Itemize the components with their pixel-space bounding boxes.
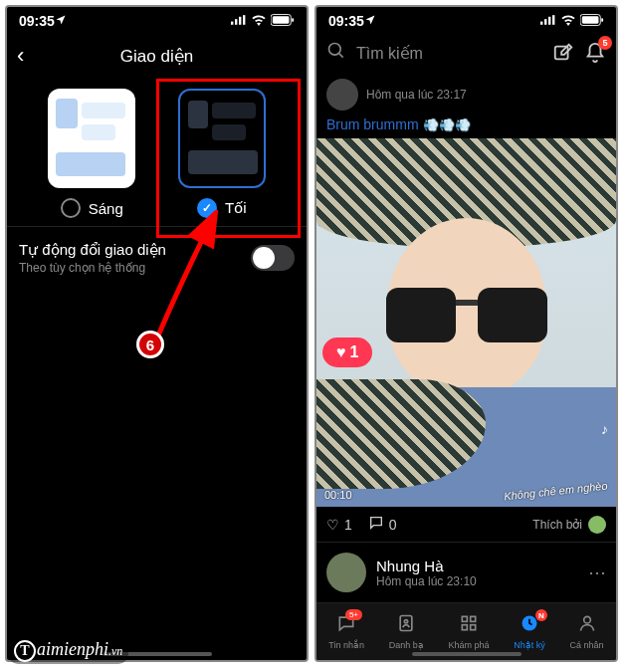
post-video[interactable]: ♥ 1 ♪ 00:10 Không chê em nghèo	[316, 138, 616, 507]
post-header: Hôm qua lúc 23:17	[316, 75, 616, 114]
svg-rect-2	[239, 17, 241, 25]
nav-timeline[interactable]: N Nhật ký	[514, 613, 545, 650]
search-placeholder: Tìm kiếm	[356, 44, 542, 63]
svg-rect-3	[243, 15, 245, 25]
svg-rect-9	[548, 17, 550, 25]
home-indicator	[412, 652, 522, 656]
theme-option-light[interactable]: Sáng	[48, 89, 135, 218]
avatar[interactable]	[326, 553, 366, 592]
phone-right-timeline: 09:35 Tìm kiếm 5 Hôm qua lúc 23:17	[314, 5, 618, 662]
comment-count: 0	[389, 517, 397, 533]
timeline-badge: N	[535, 609, 547, 621]
location-arrow-icon	[55, 13, 67, 29]
svg-rect-8	[544, 19, 546, 25]
comment-icon	[368, 515, 384, 534]
search-icon	[326, 41, 346, 65]
watermark-text: aimienphi	[37, 639, 108, 660]
auto-theme-title: Tự động đổi giao diện	[19, 241, 166, 259]
watermark-suffix: .vn	[108, 644, 122, 659]
dark-label: Tối	[225, 199, 247, 217]
signal-icon	[540, 13, 556, 29]
svg-point-18	[405, 620, 408, 623]
nav-contacts[interactable]: Danh bạ	[389, 613, 424, 650]
like-pill[interactable]: ♥ 1	[322, 337, 372, 367]
svg-rect-20	[471, 616, 476, 621]
post-timestamp: Hôm qua lúc 23:10	[376, 574, 477, 588]
liker-avatar	[588, 516, 606, 534]
light-preview-icon	[48, 89, 135, 188]
notifications-button[interactable]: 5	[584, 42, 606, 64]
nav-discover[interactable]: Khám phá	[449, 613, 490, 650]
like-button[interactable]: ♡ 1	[326, 517, 352, 533]
theme-option-dark[interactable]: ✓ Tối	[178, 89, 266, 218]
battery-icon	[271, 13, 295, 29]
caption-text: Brum brummm	[326, 116, 419, 132]
page-title: Giao diện	[17, 46, 297, 67]
light-label: Sáng	[89, 200, 123, 217]
author-name[interactable]: Nhung Hà	[376, 558, 477, 574]
like-pill-count: 1	[350, 343, 359, 361]
post-header-2: Nhung Hà Hôm qua lúc 23:10 ⋯	[316, 543, 616, 602]
nav-label: Tin nhắn	[328, 640, 364, 650]
svg-rect-21	[462, 625, 467, 630]
svg-rect-5	[273, 16, 290, 23]
wifi-icon	[560, 13, 576, 29]
theme-options-row: Sáng ✓ Tối	[7, 83, 307, 226]
heart-icon: ♥	[336, 343, 346, 361]
nav-label: Danh bạ	[389, 640, 424, 650]
person-icon	[577, 613, 597, 638]
like-count: 1	[344, 517, 352, 533]
nav-label: Nhật ký	[514, 640, 545, 650]
dash-emoji-icon: 💨💨💨	[423, 117, 471, 132]
nav-me[interactable]: Cá nhân	[570, 613, 604, 650]
contacts-icon	[396, 613, 416, 638]
svg-rect-10	[552, 15, 554, 25]
avatar[interactable]	[326, 79, 358, 111]
svg-point-24	[583, 616, 590, 623]
comment-button[interactable]: 0	[368, 515, 397, 534]
svg-rect-7	[540, 22, 542, 25]
status-time: 09:35	[328, 13, 364, 29]
search-bar[interactable]: Tìm kiếm 5	[316, 35, 616, 75]
annotation-step-badge: 6	[136, 331, 164, 358]
svg-rect-22	[471, 625, 476, 630]
compose-icon[interactable]	[552, 42, 574, 64]
liked-by-label: Thích bởi	[532, 518, 582, 532]
svg-rect-0	[231, 22, 233, 25]
tiktok-watermark-icon: ♪	[601, 421, 608, 437]
radio-unchecked-icon	[61, 198, 81, 218]
svg-line-15	[339, 54, 343, 58]
svg-rect-12	[582, 16, 599, 23]
post-timestamp: Hôm qua lúc 23:17	[366, 88, 467, 102]
post-actions: ♡ 1 0 Thích bởi	[316, 507, 616, 543]
auto-theme-row: Tự động đổi giao diện Theo tùy chọn hệ t…	[7, 226, 307, 289]
dark-preview-icon	[178, 89, 266, 188]
site-watermark: T aimienphi .vn	[8, 637, 128, 664]
nav-label: Cá nhân	[570, 640, 604, 650]
svg-rect-6	[292, 18, 294, 22]
auto-theme-subtitle: Theo tùy chọn hệ thống	[19, 261, 166, 275]
svg-rect-1	[235, 19, 237, 25]
messages-badge: 5+	[345, 609, 362, 620]
svg-rect-19	[462, 616, 467, 621]
nav-label: Khám phá	[449, 640, 490, 650]
svg-rect-13	[601, 18, 603, 22]
wifi-icon	[251, 13, 267, 29]
liked-by[interactable]: Thích bởi	[532, 516, 606, 534]
timeline-feed[interactable]: Hôm qua lúc 23:17 Brum brummm 💨💨💨 ♥ 1 ♪ …	[316, 75, 616, 602]
nav-messages[interactable]: 5+ Tin nhắn	[328, 613, 364, 650]
svg-point-14	[329, 44, 341, 56]
settings-header: ‹ Giao diện	[7, 35, 307, 83]
more-icon[interactable]: ⋯	[588, 561, 606, 583]
notification-badge: 5	[598, 36, 612, 50]
post-caption: Brum brummm 💨💨💨	[316, 114, 616, 138]
phone-left-appearance-settings: 09:35 ‹ Giao diện Sáng	[5, 5, 309, 662]
radio-checked-icon: ✓	[197, 198, 217, 218]
battery-icon	[580, 13, 604, 29]
signal-icon	[231, 13, 247, 29]
video-elapsed: 00:10	[324, 489, 352, 501]
grid-icon	[459, 613, 479, 638]
status-time: 09:35	[19, 13, 55, 29]
status-bar: 09:35	[316, 7, 616, 35]
auto-theme-toggle[interactable]	[251, 245, 295, 271]
